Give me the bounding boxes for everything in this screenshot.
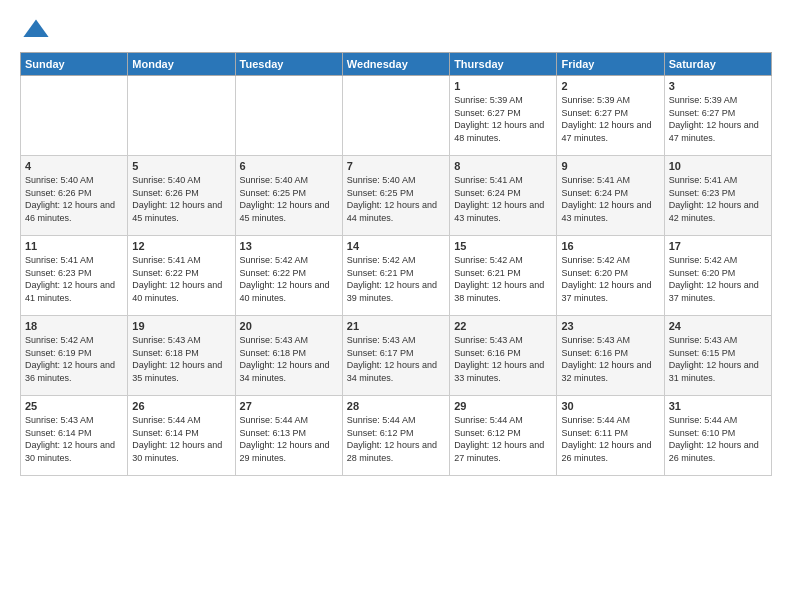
day-number: 31: [669, 400, 767, 412]
week-row-3: 11Sunrise: 5:41 AM Sunset: 6:23 PM Dayli…: [21, 236, 772, 316]
col-header-saturday: Saturday: [664, 53, 771, 76]
day-number: 2: [561, 80, 659, 92]
cell-info: Sunrise: 5:44 AM Sunset: 6:12 PM Dayligh…: [347, 414, 445, 464]
col-header-monday: Monday: [128, 53, 235, 76]
cell-info: Sunrise: 5:44 AM Sunset: 6:10 PM Dayligh…: [669, 414, 767, 464]
header-row: SundayMondayTuesdayWednesdayThursdayFrid…: [21, 53, 772, 76]
calendar-cell: 5Sunrise: 5:40 AM Sunset: 6:26 PM Daylig…: [128, 156, 235, 236]
calendar-cell: 27Sunrise: 5:44 AM Sunset: 6:13 PM Dayli…: [235, 396, 342, 476]
calendar-cell: 28Sunrise: 5:44 AM Sunset: 6:12 PM Dayli…: [342, 396, 449, 476]
cell-info: Sunrise: 5:43 AM Sunset: 6:18 PM Dayligh…: [240, 334, 338, 384]
logo: [20, 16, 50, 44]
cell-info: Sunrise: 5:44 AM Sunset: 6:14 PM Dayligh…: [132, 414, 230, 464]
cell-info: Sunrise: 5:44 AM Sunset: 6:12 PM Dayligh…: [454, 414, 552, 464]
svg-marker-0: [23, 20, 48, 38]
col-header-wednesday: Wednesday: [342, 53, 449, 76]
cell-info: Sunrise: 5:40 AM Sunset: 6:25 PM Dayligh…: [347, 174, 445, 224]
day-number: 10: [669, 160, 767, 172]
day-number: 3: [669, 80, 767, 92]
calendar-table: SundayMondayTuesdayWednesdayThursdayFrid…: [20, 52, 772, 476]
cell-info: Sunrise: 5:43 AM Sunset: 6:16 PM Dayligh…: [561, 334, 659, 384]
cell-info: Sunrise: 5:41 AM Sunset: 6:24 PM Dayligh…: [454, 174, 552, 224]
cell-info: Sunrise: 5:43 AM Sunset: 6:14 PM Dayligh…: [25, 414, 123, 464]
calendar-cell: 29Sunrise: 5:44 AM Sunset: 6:12 PM Dayli…: [450, 396, 557, 476]
cell-info: Sunrise: 5:39 AM Sunset: 6:27 PM Dayligh…: [669, 94, 767, 144]
calendar-cell: 23Sunrise: 5:43 AM Sunset: 6:16 PM Dayli…: [557, 316, 664, 396]
cell-info: Sunrise: 5:43 AM Sunset: 6:16 PM Dayligh…: [454, 334, 552, 384]
calendar-cell: 4Sunrise: 5:40 AM Sunset: 6:26 PM Daylig…: [21, 156, 128, 236]
day-number: 12: [132, 240, 230, 252]
day-number: 17: [669, 240, 767, 252]
cell-info: Sunrise: 5:42 AM Sunset: 6:22 PM Dayligh…: [240, 254, 338, 304]
calendar-cell: 18Sunrise: 5:42 AM Sunset: 6:19 PM Dayli…: [21, 316, 128, 396]
col-header-sunday: Sunday: [21, 53, 128, 76]
col-header-tuesday: Tuesday: [235, 53, 342, 76]
cell-info: Sunrise: 5:40 AM Sunset: 6:25 PM Dayligh…: [240, 174, 338, 224]
col-header-friday: Friday: [557, 53, 664, 76]
day-number: 20: [240, 320, 338, 332]
calendar-cell: 24Sunrise: 5:43 AM Sunset: 6:15 PM Dayli…: [664, 316, 771, 396]
calendar-cell: 13Sunrise: 5:42 AM Sunset: 6:22 PM Dayli…: [235, 236, 342, 316]
week-row-5: 25Sunrise: 5:43 AM Sunset: 6:14 PM Dayli…: [21, 396, 772, 476]
day-number: 6: [240, 160, 338, 172]
calendar-cell: [342, 76, 449, 156]
day-number: 4: [25, 160, 123, 172]
calendar-cell: 8Sunrise: 5:41 AM Sunset: 6:24 PM Daylig…: [450, 156, 557, 236]
calendar-cell: 15Sunrise: 5:42 AM Sunset: 6:21 PM Dayli…: [450, 236, 557, 316]
calendar-cell: 10Sunrise: 5:41 AM Sunset: 6:23 PM Dayli…: [664, 156, 771, 236]
day-number: 11: [25, 240, 123, 252]
day-number: 13: [240, 240, 338, 252]
cell-info: Sunrise: 5:41 AM Sunset: 6:22 PM Dayligh…: [132, 254, 230, 304]
calendar-cell: 16Sunrise: 5:42 AM Sunset: 6:20 PM Dayli…: [557, 236, 664, 316]
day-number: 24: [669, 320, 767, 332]
day-number: 5: [132, 160, 230, 172]
calendar-cell: 2Sunrise: 5:39 AM Sunset: 6:27 PM Daylig…: [557, 76, 664, 156]
week-row-1: 1Sunrise: 5:39 AM Sunset: 6:27 PM Daylig…: [21, 76, 772, 156]
calendar-cell: 17Sunrise: 5:42 AM Sunset: 6:20 PM Dayli…: [664, 236, 771, 316]
calendar-cell: [21, 76, 128, 156]
calendar-cell: 3Sunrise: 5:39 AM Sunset: 6:27 PM Daylig…: [664, 76, 771, 156]
col-header-thursday: Thursday: [450, 53, 557, 76]
day-number: 19: [132, 320, 230, 332]
week-row-4: 18Sunrise: 5:42 AM Sunset: 6:19 PM Dayli…: [21, 316, 772, 396]
calendar-cell: [235, 76, 342, 156]
logo-icon: [22, 16, 50, 44]
day-number: 21: [347, 320, 445, 332]
day-number: 18: [25, 320, 123, 332]
cell-info: Sunrise: 5:42 AM Sunset: 6:21 PM Dayligh…: [347, 254, 445, 304]
day-number: 7: [347, 160, 445, 172]
day-number: 15: [454, 240, 552, 252]
calendar-cell: 12Sunrise: 5:41 AM Sunset: 6:22 PM Dayli…: [128, 236, 235, 316]
calendar-cell: 19Sunrise: 5:43 AM Sunset: 6:18 PM Dayli…: [128, 316, 235, 396]
cell-info: Sunrise: 5:42 AM Sunset: 6:21 PM Dayligh…: [454, 254, 552, 304]
cell-info: Sunrise: 5:44 AM Sunset: 6:13 PM Dayligh…: [240, 414, 338, 464]
calendar-cell: [128, 76, 235, 156]
cell-info: Sunrise: 5:42 AM Sunset: 6:20 PM Dayligh…: [561, 254, 659, 304]
calendar-cell: 7Sunrise: 5:40 AM Sunset: 6:25 PM Daylig…: [342, 156, 449, 236]
day-number: 25: [25, 400, 123, 412]
day-number: 28: [347, 400, 445, 412]
day-number: 9: [561, 160, 659, 172]
day-number: 27: [240, 400, 338, 412]
calendar-cell: 9Sunrise: 5:41 AM Sunset: 6:24 PM Daylig…: [557, 156, 664, 236]
day-number: 8: [454, 160, 552, 172]
cell-info: Sunrise: 5:43 AM Sunset: 6:17 PM Dayligh…: [347, 334, 445, 384]
day-number: 26: [132, 400, 230, 412]
calendar-cell: 14Sunrise: 5:42 AM Sunset: 6:21 PM Dayli…: [342, 236, 449, 316]
day-number: 23: [561, 320, 659, 332]
calendar-cell: 6Sunrise: 5:40 AM Sunset: 6:25 PM Daylig…: [235, 156, 342, 236]
cell-info: Sunrise: 5:42 AM Sunset: 6:20 PM Dayligh…: [669, 254, 767, 304]
cell-info: Sunrise: 5:43 AM Sunset: 6:15 PM Dayligh…: [669, 334, 767, 384]
calendar-cell: 20Sunrise: 5:43 AM Sunset: 6:18 PM Dayli…: [235, 316, 342, 396]
cell-info: Sunrise: 5:42 AM Sunset: 6:19 PM Dayligh…: [25, 334, 123, 384]
day-number: 14: [347, 240, 445, 252]
calendar-cell: 26Sunrise: 5:44 AM Sunset: 6:14 PM Dayli…: [128, 396, 235, 476]
cell-info: Sunrise: 5:41 AM Sunset: 6:24 PM Dayligh…: [561, 174, 659, 224]
cell-info: Sunrise: 5:41 AM Sunset: 6:23 PM Dayligh…: [25, 254, 123, 304]
calendar-cell: 21Sunrise: 5:43 AM Sunset: 6:17 PM Dayli…: [342, 316, 449, 396]
cell-info: Sunrise: 5:44 AM Sunset: 6:11 PM Dayligh…: [561, 414, 659, 464]
calendar-cell: 30Sunrise: 5:44 AM Sunset: 6:11 PM Dayli…: [557, 396, 664, 476]
header: [20, 16, 772, 44]
week-row-2: 4Sunrise: 5:40 AM Sunset: 6:26 PM Daylig…: [21, 156, 772, 236]
calendar-cell: 1Sunrise: 5:39 AM Sunset: 6:27 PM Daylig…: [450, 76, 557, 156]
